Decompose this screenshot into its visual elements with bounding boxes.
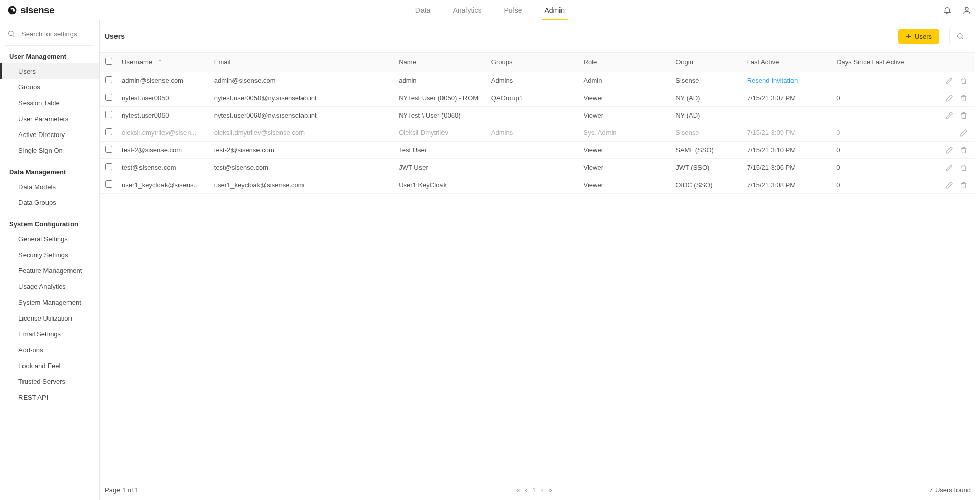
logo[interactable]: sisense [7,5,54,16]
sidebar-item-trusted-servers[interactable]: Trusted Servers [0,374,99,390]
sidebar-item-user-parameters[interactable]: User Parameters [0,111,99,127]
topnav-pulse[interactable]: Pulse [504,0,522,20]
sidebar-item-general-settings[interactable]: General Settings [0,231,99,247]
sidebar-item-groups[interactable]: Groups [0,79,99,95]
sidebar-item-active-directory[interactable]: Active Directory [0,127,99,143]
cell-email: user1_keycloak@sisense.com [210,176,394,194]
side-heading: User Management [0,48,99,63]
cell-days: 0 [832,124,938,142]
sidebar-item-users[interactable]: Users [0,63,99,79]
cell-username: test-2@sisense.com [118,142,210,159]
side-heading: Data Management [0,163,99,179]
cell-role: Sys. Admin [579,124,672,142]
select-all-checkbox[interactable] [105,58,112,65]
cell-days: 0 [832,159,938,176]
row-checkbox[interactable] [105,94,112,101]
row-checkbox[interactable] [105,128,112,135]
sidebar-item-data-groups[interactable]: Data Groups [0,195,99,211]
cell-origin: Sisense [671,124,742,142]
col-origin[interactable]: Origin [671,53,742,72]
pager-first[interactable]: « [516,486,520,494]
add-user-button[interactable]: Users [898,29,939,44]
sidebar-item-single-sign-on[interactable]: Single Sign On [0,143,99,158]
row-checkbox[interactable] [105,76,112,83]
add-button-label: Users [915,33,932,40]
table-row: user1_keycloak@sisens...user1_keycloak@s… [100,176,975,194]
col-days[interactable]: Days Since Last Active [832,53,938,72]
cell-groups: Admins [487,72,579,89]
edit-icon[interactable] [945,146,953,154]
edit-icon[interactable] [945,77,953,85]
pager-prev[interactable]: ‹ [525,486,527,494]
cell-username: user1_keycloak@sisens... [118,176,210,194]
sidebar-item-look-and-feel[interactable]: Look and Feel [0,358,99,374]
delete-icon[interactable] [960,77,968,85]
edit-icon[interactable] [945,181,953,189]
sidebar-item-security-settings[interactable]: Security Settings [0,247,99,263]
table-row: test-2@sisense.comtest-2@sisense.comTest… [100,142,975,159]
edit-icon[interactable] [945,111,953,120]
edit-icon[interactable] [960,129,968,137]
col-email[interactable]: Email [210,53,394,72]
row-checkbox[interactable] [105,111,112,118]
cell-role: Admin [579,72,672,89]
cell-email: nytest.user0050@ny.sisenselab.int [210,89,394,107]
topnav-admin[interactable]: Admin [544,0,565,20]
pager-last[interactable]: » [548,486,552,494]
user-icon[interactable] [962,5,972,15]
delete-icon[interactable] [960,146,968,154]
row-checkbox[interactable] [105,180,112,188]
resend-invitation-link[interactable]: Resend invitation [747,77,798,84]
sidebar-item-usage-analytics[interactable]: Usage Analytics [0,279,99,294]
sidebar-item-email-settings[interactable]: Email Settings [0,326,99,342]
edit-icon[interactable] [945,94,953,102]
cell-days: 0 [832,89,938,107]
sidebar-item-data-models[interactable]: Data Models [0,179,99,195]
cell-name: NYTest User (0050) - ROM [394,89,487,107]
cell-last-active: 7/15/21 3:10 PM [743,142,833,159]
col-name[interactable]: Name [394,53,487,72]
plus-icon [905,33,912,39]
cell-email: admin@sisense.com [210,72,394,89]
result-count: 7 Users found [929,486,971,494]
delete-icon[interactable] [960,181,968,189]
cell-role: Viewer [579,107,672,124]
sidebar-item-license-utilization[interactable]: License Utilization [0,310,99,326]
cell-origin: NY (AD) [671,107,742,124]
cell-days [832,72,938,89]
cell-last-active: 7/15/21 3:09 PM [743,124,833,142]
cell-origin: JWT (SSO) [671,159,742,176]
col-groups[interactable]: Groups [487,53,579,72]
search-icon [7,30,15,38]
cell-origin: SAML (SSO) [671,142,742,159]
cell-groups: QAGroup1 [487,89,579,107]
cell-groups [487,159,579,176]
sidebar-item-feature-management[interactable]: Feature Management [0,263,99,279]
cell-last-active: 7/15/21 3:08 PM [743,176,833,194]
table-row: admin@sisense.comadmin@sisense.comadminA… [100,72,975,89]
delete-icon[interactable] [960,94,968,102]
sidebar-item-system-management[interactable]: System Management [0,294,99,310]
notifications-icon[interactable] [942,5,952,15]
delete-icon[interactable] [960,164,968,172]
sidebar-item-rest-api[interactable]: REST API [0,390,99,405]
sidebar-item-session-table[interactable]: Session Table [0,95,99,111]
row-checkbox[interactable] [105,163,112,170]
row-checkbox[interactable] [105,146,112,153]
edit-icon[interactable] [945,164,953,172]
sidebar: User ManagementUsersGroupsSession TableU… [0,20,100,500]
col-username[interactable]: Username⌃ [118,53,210,72]
search-input[interactable] [21,30,92,38]
col-last-active[interactable]: Last Active [743,53,833,72]
pager-current: 1 [532,486,536,494]
table-search-icon[interactable] [949,28,970,45]
delete-icon[interactable] [960,111,968,120]
topnav-data[interactable]: Data [415,0,431,20]
col-role[interactable]: Role [579,53,672,72]
svg-point-0 [965,7,968,10]
topnav-analytics[interactable]: Analytics [453,0,481,20]
pager-next[interactable]: › [541,486,543,494]
table-row: nytest.user0050nytest.user0050@ny.sisens… [100,89,975,107]
sidebar-item-add-ons[interactable]: Add-ons [0,342,99,358]
cell-role: Viewer [579,159,672,176]
